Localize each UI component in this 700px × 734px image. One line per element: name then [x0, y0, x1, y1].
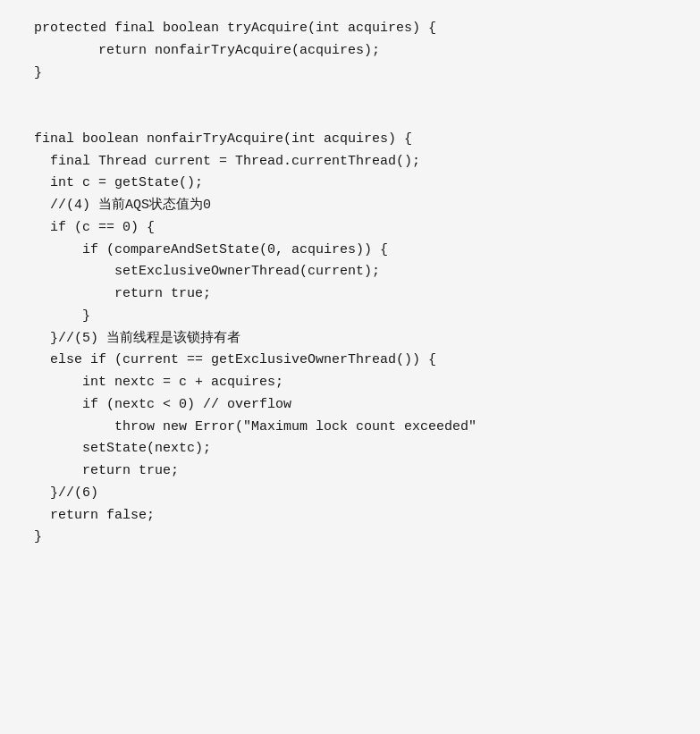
- code-block: protected final boolean tryAcquire(int a…: [18, 18, 682, 549]
- code-container: protected final boolean tryAcquire(int a…: [0, 0, 700, 734]
